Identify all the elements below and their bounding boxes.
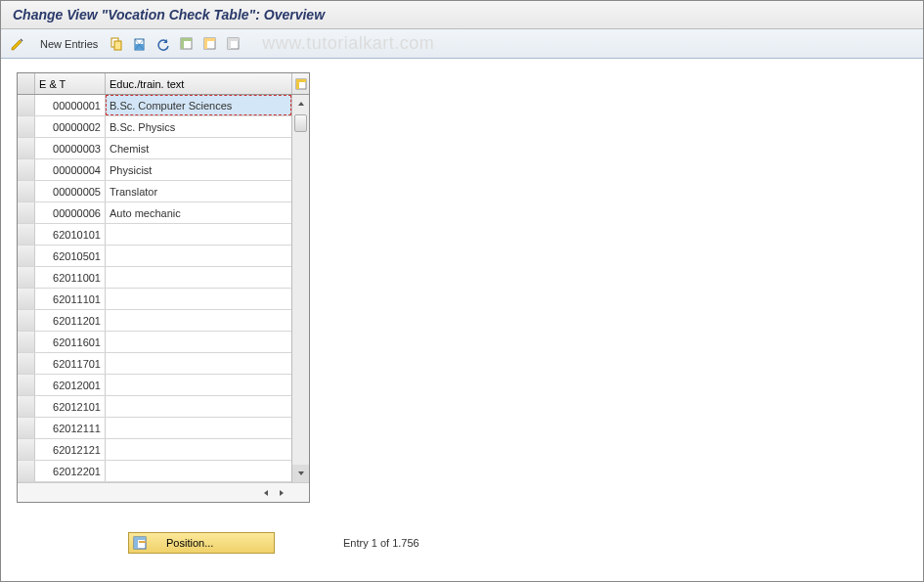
table-row: 62012001 bbox=[18, 375, 309, 396]
footer: Position... Entry 1 of 1.756 bbox=[1, 516, 923, 554]
cell-id[interactable]: 62011601 bbox=[35, 332, 106, 352]
table-header: E & T Educ./train. text bbox=[18, 73, 309, 95]
svg-rect-18 bbox=[134, 537, 146, 540]
cell-id[interactable]: 00000004 bbox=[35, 159, 106, 180]
cell-text[interactable] bbox=[106, 439, 291, 460]
position-icon bbox=[133, 536, 147, 550]
cell-text[interactable]: Physicist bbox=[106, 159, 291, 180]
toolbar: New Entries www.tutorialkart.com bbox=[1, 29, 923, 59]
cell-text[interactable] bbox=[106, 418, 291, 438]
svg-rect-9 bbox=[204, 38, 207, 49]
svg-rect-15 bbox=[296, 79, 306, 82]
cell-id[interactable]: 00000002 bbox=[35, 116, 106, 137]
cell-id[interactable]: 00000003 bbox=[35, 138, 106, 158]
row-selector[interactable] bbox=[18, 353, 35, 374]
watermark-text: www.tutorialkart.com bbox=[262, 33, 434, 54]
scroll-right-icon[interactable] bbox=[275, 486, 288, 500]
scroll-down-icon[interactable] bbox=[292, 465, 309, 482]
scroll-thumb[interactable] bbox=[294, 114, 307, 132]
row-selector[interactable] bbox=[18, 418, 35, 438]
select-block-icon[interactable] bbox=[201, 35, 219, 53]
cell-text[interactable]: Translator bbox=[106, 181, 291, 201]
deselect-all-icon[interactable] bbox=[225, 35, 242, 53]
row-selector[interactable] bbox=[18, 396, 35, 417]
delete-icon[interactable] bbox=[131, 35, 149, 53]
column-header-text[interactable]: Educ./train. text bbox=[106, 73, 291, 94]
cell-text[interactable]: B.Sc. Physics bbox=[106, 116, 291, 137]
table-row: 62012111 bbox=[18, 418, 309, 439]
table-row: 00000006Auto mechanic bbox=[18, 202, 309, 224]
table-row: 62012201 bbox=[18, 461, 309, 482]
cell-text[interactable] bbox=[106, 310, 291, 331]
position-button[interactable]: Position... bbox=[128, 532, 275, 554]
cell-id[interactable]: 62012201 bbox=[35, 461, 106, 481]
svg-rect-3 bbox=[135, 44, 144, 50]
toggle-display-change-icon[interactable] bbox=[9, 35, 26, 53]
table-row: 00000004Physicist bbox=[18, 159, 309, 181]
cell-text[interactable] bbox=[106, 289, 291, 309]
table-row: 62010501 bbox=[18, 246, 309, 267]
row-selector[interactable] bbox=[18, 95, 35, 115]
position-button-label: Position... bbox=[166, 537, 213, 549]
cell-text[interactable] bbox=[106, 332, 291, 352]
select-all-header[interactable] bbox=[18, 73, 35, 94]
cell-text[interactable]: B.Sc. Computer Sciences bbox=[106, 95, 291, 115]
cell-id[interactable]: 62011101 bbox=[35, 289, 106, 309]
column-header-id[interactable]: E & T bbox=[35, 73, 106, 94]
select-all-icon[interactable] bbox=[178, 35, 196, 53]
cell-id[interactable]: 00000001 bbox=[35, 95, 106, 115]
cell-text[interactable] bbox=[106, 375, 291, 395]
cell-id[interactable]: 62012111 bbox=[35, 418, 106, 438]
row-selector[interactable] bbox=[18, 439, 35, 460]
horizontal-scrollbar bbox=[18, 482, 309, 502]
table-row: 62011201 bbox=[18, 310, 309, 332]
copy-as-icon[interactable] bbox=[108, 35, 125, 53]
scroll-left-icon[interactable] bbox=[259, 486, 273, 500]
row-selector[interactable] bbox=[18, 461, 35, 481]
new-entries-button[interactable]: New Entries bbox=[40, 38, 98, 50]
cell-id[interactable]: 62010501 bbox=[35, 246, 106, 266]
cell-id[interactable]: 62011201 bbox=[35, 310, 106, 331]
cell-text[interactable] bbox=[106, 267, 291, 288]
table-row: 00000003Chemist bbox=[18, 138, 309, 159]
vertical-scrollbar[interactable] bbox=[291, 95, 309, 482]
row-selector[interactable] bbox=[18, 116, 35, 137]
row-selector[interactable] bbox=[18, 375, 35, 395]
table-row: 62012121 bbox=[18, 439, 309, 461]
cell-text[interactable] bbox=[106, 396, 291, 417]
cell-id[interactable]: 62011701 bbox=[35, 353, 106, 374]
entry-count: Entry 1 of 1.756 bbox=[343, 537, 419, 549]
cell-text[interactable] bbox=[106, 224, 291, 245]
cell-text[interactable]: Chemist bbox=[106, 138, 291, 158]
cell-id[interactable]: 62010101 bbox=[35, 224, 106, 245]
scroll-track[interactable] bbox=[292, 112, 309, 465]
row-selector[interactable] bbox=[18, 332, 35, 352]
cell-id[interactable]: 62012101 bbox=[35, 396, 106, 417]
undo-change-icon[interactable] bbox=[154, 35, 172, 53]
page-title: Change View "Vocation Check Table": Over… bbox=[1, 1, 923, 29]
cell-text[interactable] bbox=[106, 461, 291, 481]
svg-rect-19 bbox=[139, 541, 146, 543]
row-selector[interactable] bbox=[18, 267, 35, 288]
cell-id[interactable]: 62012121 bbox=[35, 439, 106, 460]
table-row: 62010101 bbox=[18, 224, 309, 246]
scroll-up-icon[interactable] bbox=[292, 95, 309, 112]
row-selector[interactable] bbox=[18, 202, 35, 223]
row-selector[interactable] bbox=[18, 289, 35, 309]
row-selector[interactable] bbox=[18, 224, 35, 245]
row-selector[interactable] bbox=[18, 159, 35, 180]
table-settings-icon[interactable] bbox=[291, 73, 309, 94]
cell-id[interactable]: 62012001 bbox=[35, 375, 106, 395]
row-selector[interactable] bbox=[18, 246, 35, 266]
row-selector[interactable] bbox=[18, 181, 35, 201]
cell-id[interactable]: 00000005 bbox=[35, 181, 106, 201]
cell-text[interactable] bbox=[106, 353, 291, 374]
table-row: 62011701 bbox=[18, 353, 309, 375]
row-selector[interactable] bbox=[18, 138, 35, 158]
content-area: E & T Educ./train. text 00000001B.Sc. Co… bbox=[1, 59, 923, 516]
cell-text[interactable]: Auto mechanic bbox=[106, 202, 291, 223]
cell-text[interactable] bbox=[106, 246, 291, 266]
row-selector[interactable] bbox=[18, 310, 35, 331]
cell-id[interactable]: 62011001 bbox=[35, 267, 106, 288]
cell-id[interactable]: 00000006 bbox=[35, 202, 106, 223]
